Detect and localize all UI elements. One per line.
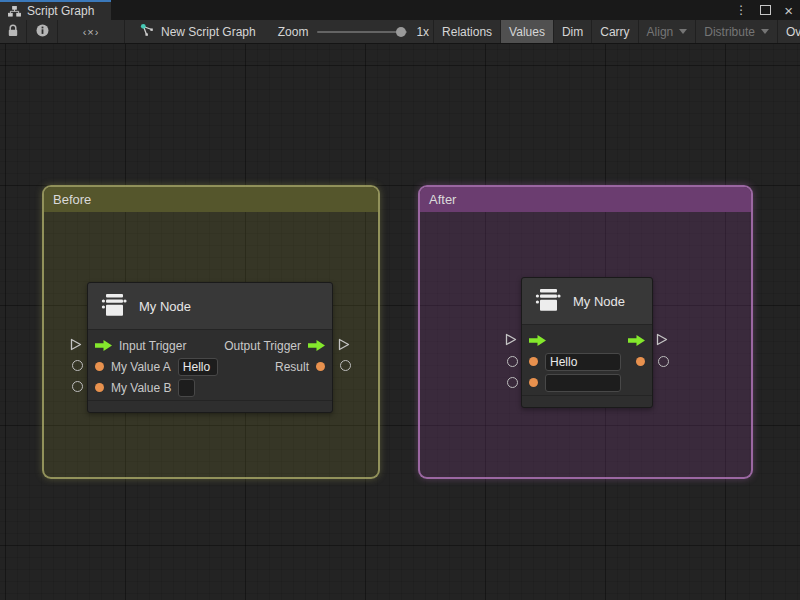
group-after-header[interactable]: After: [420, 187, 751, 212]
value-output-port-result[interactable]: [316, 362, 325, 371]
unit-icon: [533, 285, 563, 318]
node-body: [522, 325, 652, 393]
value-output-port-result[interactable]: [636, 357, 645, 366]
zoom-slider[interactable]: [317, 31, 407, 33]
external-result-port[interactable]: [340, 360, 351, 371]
node-my-node-after[interactable]: My Node: [521, 277, 653, 408]
zoom-label: Zoom: [278, 25, 309, 39]
graph-name-label: New Script Graph: [161, 25, 256, 39]
graph-breadcrumb[interactable]: New Script Graph: [140, 20, 256, 43]
port-row-value-b: My Value B: [88, 377, 332, 398]
external-value-port-b[interactable]: [507, 377, 518, 388]
chevron-down-icon: [679, 29, 687, 34]
flow-input-port[interactable]: [529, 335, 546, 346]
graph-canvas[interactable]: Before After: [0, 44, 800, 600]
info-button[interactable]: [27, 20, 58, 43]
node-body: Input Trigger Output Trigger My Value A …: [88, 330, 332, 398]
code-view-icon: ‹×›: [83, 26, 100, 38]
port-row-value-a: [522, 351, 652, 372]
flow-output-port[interactable]: [628, 335, 645, 346]
hierarchy-graph-icon: [8, 6, 21, 17]
port-row-triggers: [522, 330, 652, 351]
external-value-port-b[interactable]: [72, 381, 83, 392]
port-label-output-trigger: Output Trigger: [224, 339, 301, 353]
port-label-my-value-b: My Value B: [111, 381, 171, 395]
relations-button[interactable]: Relations: [433, 20, 500, 43]
external-flow-output-port[interactable]: [338, 338, 350, 351]
port-label-result: Result: [275, 360, 309, 374]
value-input-port-b[interactable]: [95, 383, 104, 392]
unit-icon: [99, 290, 129, 323]
dim-button[interactable]: Dim: [553, 20, 591, 43]
zoom-slider-knob[interactable]: [396, 27, 406, 37]
external-value-port-a[interactable]: [507, 356, 518, 367]
distribute-dropdown[interactable]: Distribute: [695, 20, 777, 43]
external-value-port-a[interactable]: [72, 360, 83, 371]
carry-button[interactable]: Carry: [591, 20, 637, 43]
port-row-value-b: [522, 372, 652, 393]
graph-asset-icon: [140, 23, 154, 40]
window-controls: ⋮ ×: [735, 0, 793, 20]
node-title: My Node: [573, 294, 625, 309]
maximize-icon[interactable]: [760, 5, 771, 15]
toolbar: ‹×› New Script Graph Zoom 1x Relations: [0, 20, 800, 44]
external-flow-output-port[interactable]: [656, 333, 668, 346]
script-graph-window: Script Graph ⋮ ×: [0, 0, 800, 600]
external-flow-input-port[interactable]: [505, 333, 517, 346]
external-result-port[interactable]: [658, 356, 669, 367]
value-b-input[interactable]: [178, 379, 195, 397]
code-view-button[interactable]: ‹×›: [58, 20, 125, 43]
port-row-triggers: Input Trigger Output Trigger: [88, 335, 332, 356]
zoom-value: 1x: [416, 25, 429, 39]
info-icon: [36, 23, 49, 41]
value-a-input[interactable]: [178, 358, 218, 376]
more-options-icon[interactable]: ⋮: [735, 4, 747, 16]
tab-bar: Script Graph ⋮ ×: [0, 0, 800, 20]
external-flow-input-port[interactable]: [70, 338, 82, 351]
align-dropdown[interactable]: Align: [638, 20, 696, 43]
port-label-input-trigger: Input Trigger: [119, 339, 186, 353]
value-input-port-a[interactable]: [95, 362, 104, 371]
close-icon[interactable]: ×: [784, 3, 793, 18]
port-row-value-a: My Value A Result: [88, 356, 332, 377]
value-a-input[interactable]: [545, 353, 621, 371]
values-button[interactable]: Values: [500, 20, 553, 43]
node-header[interactable]: My Node: [88, 283, 332, 330]
tab-label: Script Graph: [27, 4, 94, 18]
node-my-node-before[interactable]: My Node Input Trigger Output Trigger: [87, 282, 333, 413]
node-header[interactable]: My Node: [522, 278, 652, 325]
tab-script-graph[interactable]: Script Graph: [0, 0, 111, 20]
node-title: My Node: [139, 299, 191, 314]
value-b-input[interactable]: [545, 374, 621, 392]
value-input-port-b[interactable]: [529, 378, 538, 387]
node-footer: [88, 400, 332, 412]
lock-button[interactable]: [0, 20, 27, 43]
port-label-my-value-a: My Value A: [111, 360, 171, 374]
node-footer: [522, 395, 652, 407]
group-after-label: After: [429, 192, 456, 207]
group-before-header[interactable]: Before: [44, 187, 378, 212]
chevron-down-icon: [761, 29, 769, 34]
overview-button[interactable]: Overview: [777, 20, 800, 43]
flow-output-port[interactable]: [308, 340, 325, 351]
lock-icon: [7, 23, 19, 41]
flow-input-port[interactable]: [95, 340, 112, 351]
zoom-control: Zoom 1x: [278, 20, 429, 43]
group-before-label: Before: [53, 192, 91, 207]
value-input-port-a[interactable]: [529, 357, 538, 366]
